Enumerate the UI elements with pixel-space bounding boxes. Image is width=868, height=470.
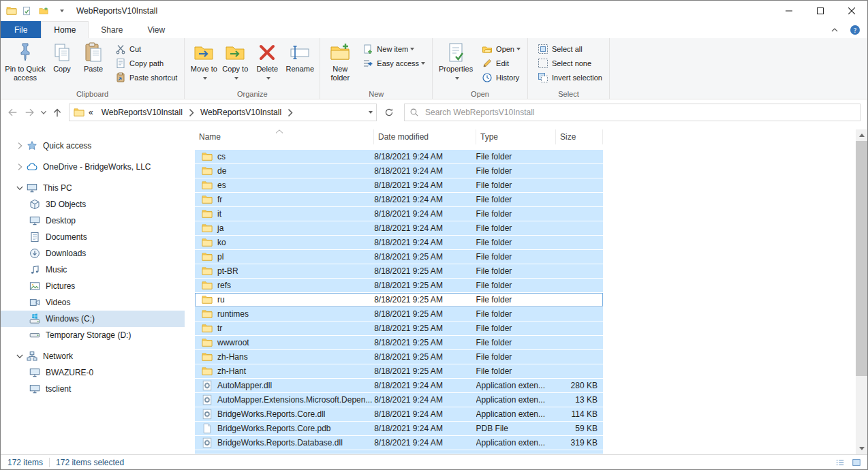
easy-access-button[interactable]: Easy access	[359, 56, 429, 70]
ribbon-group-organize: Move to Copy to Delete Rename Organize	[185, 38, 320, 99]
file-row-automapper-extensions-microsoft-depen[interactable]: AutoMapper.Extensions.Microsoft.Depen...…	[195, 393, 603, 407]
sidebar-item-onedrive-bridgeworks-llc[interactable]: OneDrive - BridgeWorks, LLC	[1, 159, 185, 175]
file-row-it[interactable]: it8/18/2021 9:24 AMFile folder	[195, 207, 603, 221]
paste-shortcut-button[interactable]: Paste shortcut	[112, 70, 181, 84]
large-icons-view-button[interactable]	[848, 456, 865, 469]
paste-button[interactable]: Paste	[78, 40, 109, 84]
sidebar-item-3d-objects[interactable]: 3D Objects	[1, 196, 185, 213]
minimize-button[interactable]	[773, 1, 805, 21]
file-name-cell: wwwroot	[196, 336, 374, 349]
sidebar-item-network[interactable]: Network	[1, 348, 185, 364]
breadcrumb-chevron-icon[interactable]	[287, 104, 294, 121]
qat-new-folder-button[interactable]	[36, 3, 51, 18]
file-row-bridgeworks-reports-database-dll[interactable]: BridgeWorks.Reports.Database.dll8/18/202…	[195, 436, 603, 450]
file-row-pt-br[interactable]: pt-BR8/18/2021 9:25 AMFile folder	[195, 264, 603, 278]
invert-selection-button[interactable]: Invert selection	[534, 70, 606, 84]
file-row-bridgeworks-reports-core-pdb[interactable]: BridgeWorks.Reports.Core.pdb8/18/2021 9:…	[195, 422, 603, 435]
breadcrumb-segment[interactable]: WebReportsV10Install	[195, 104, 287, 121]
select-none-button[interactable]: Select none	[534, 56, 606, 70]
file-row-zh-hant[interactable]: zh-Hant8/18/2021 9:25 AMFile folder	[195, 364, 603, 378]
file-row-cs[interactable]: cs8/18/2021 9:24 AMFile folder	[195, 150, 603, 163]
column-header-date-modified[interactable]: Date modified	[374, 129, 476, 144]
sidebar-item-desktop[interactable]: Desktop	[1, 213, 185, 229]
rename-button[interactable]: Rename	[283, 40, 316, 84]
details-view-button[interactable]	[832, 456, 848, 469]
vertical-scrollbar[interactable]	[856, 129, 867, 454]
new-folder-button[interactable]: New folder	[324, 40, 356, 84]
sidebar-item-videos[interactable]: Videos	[1, 294, 185, 311]
breadcrumb-overflow-indicator[interactable]: «	[86, 108, 96, 117]
sidebar-item-temporary-storage-d[interactable]: Temporary Storage (D:)	[1, 327, 185, 343]
open-button[interactable]: Open	[478, 42, 524, 56]
copy-button[interactable]: Copy	[46, 40, 78, 84]
file-row-partial[interactable]	[195, 450, 603, 454]
file-row-pl[interactable]: pl8/18/2021 9:25 AMFile folder	[195, 250, 603, 264]
search-input[interactable]	[424, 107, 857, 118]
file-row-tr[interactable]: tr8/18/2021 9:25 AMFile folder	[195, 322, 603, 335]
file-row-de[interactable]: de8/18/2021 9:24 AMFile folder	[195, 164, 603, 178]
move-to-button[interactable]: Move to	[188, 40, 219, 84]
column-header-size[interactable]: Size	[556, 129, 603, 144]
tab-view[interactable]: View	[135, 21, 177, 38]
refresh-button[interactable]	[380, 104, 398, 121]
sidebar-item-tsclient[interactable]: tsclient	[1, 381, 185, 397]
sidebar-item-pictures[interactable]: Pictures	[1, 278, 185, 294]
file-row-bridgeworks-reports-core-dll[interactable]: BridgeWorks.Reports.Core.dll8/18/2021 9:…	[195, 407, 603, 421]
tab-share[interactable]: Share	[89, 21, 135, 38]
new-item-button[interactable]: New item	[359, 42, 429, 56]
pin-to-quick-access-button[interactable]: Pin to Quick access	[4, 40, 46, 84]
file-row-wwwroot[interactable]: wwwroot8/18/2021 9:25 AMFile folder	[195, 336, 603, 349]
history-button[interactable]: History	[478, 70, 524, 84]
sidebar-item-downloads[interactable]: Downloads	[1, 245, 185, 262]
sidebar-item-windows-c[interactable]: Windows (C:)	[1, 311, 185, 327]
file-name: es	[217, 181, 226, 190]
column-header-type[interactable]: Type	[476, 129, 556, 144]
sidebar-item-music[interactable]: Music	[1, 262, 185, 278]
file-row-fr[interactable]: fr8/18/2021 9:24 AMFile folder	[195, 193, 603, 206]
edit-button[interactable]: Edit	[478, 56, 524, 70]
copy-path-button[interactable]: Copy path	[112, 56, 181, 70]
file-row-ru[interactable]: ru8/18/2021 9:25 AMFile folder	[195, 293, 603, 307]
column-header-name[interactable]: Name	[195, 129, 374, 144]
chevron-right-icon[interactable]	[14, 140, 25, 151]
up-button[interactable]	[48, 104, 66, 121]
cut-button[interactable]: Cut	[112, 42, 181, 56]
tab-home[interactable]: Home	[41, 21, 89, 38]
scrollbar-thumb[interactable]	[856, 141, 867, 376]
breadcrumb[interactable]: « WebReportsV10InstallWebReportsV10Insta…	[69, 104, 377, 121]
maximize-button[interactable]	[805, 1, 836, 21]
properties-button[interactable]: Properties	[436, 40, 476, 84]
address-history-button[interactable]	[362, 104, 376, 121]
scroll-up-button[interactable]	[856, 129, 867, 141]
file-row-zh-hans[interactable]: zh-Hans8/18/2021 9:25 AMFile folder	[195, 350, 603, 364]
sidebar-item-quick-access[interactable]: Quick access	[1, 138, 185, 154]
qat-properties-button[interactable]	[19, 3, 34, 18]
file-row-runtimes[interactable]: runtimes8/18/2021 9:25 AMFile folder	[195, 307, 603, 321]
sidebar-item-this-pc[interactable]: This PC	[1, 180, 185, 196]
file-row-automapper-dll[interactable]: AutoMapper.dll8/18/2021 9:24 AMApplicati…	[195, 379, 603, 392]
file-row-ja[interactable]: ja8/18/2021 9:24 AMFile folder	[195, 221, 603, 235]
qat-customize-button[interactable]	[53, 3, 68, 18]
file-row-refs[interactable]: refs8/18/2021 9:25 AMFile folder	[195, 279, 603, 292]
chevron-right-icon[interactable]	[14, 161, 25, 172]
file-row-es[interactable]: es8/18/2021 9:24 AMFile folder	[195, 178, 603, 192]
tab-file[interactable]: File	[1, 21, 41, 38]
copy-to-button[interactable]: Copy to	[219, 40, 251, 84]
scroll-down-button[interactable]	[856, 443, 867, 454]
file-row-ko[interactable]: ko8/18/2021 9:24 AMFile folder	[195, 236, 603, 249]
recent-locations-button[interactable]	[39, 104, 48, 121]
help-button[interactable]: ?	[850, 25, 861, 35]
chevron-down-icon[interactable]	[14, 183, 25, 193]
delete-button[interactable]: Delete	[251, 40, 283, 84]
sidebar-item-bwazure-0[interactable]: BWAZURE-0	[1, 364, 185, 381]
collapse-ribbon-button[interactable]	[829, 25, 840, 35]
chevron-down-icon[interactable]	[14, 351, 25, 362]
breadcrumb-segment[interactable]: WebReportsV10Install	[96, 104, 188, 121]
forward-arrow-icon	[24, 106, 36, 119]
sidebar-item-documents[interactable]: Documents	[1, 229, 185, 245]
forward-button[interactable]	[21, 104, 39, 121]
breadcrumb-chevron-icon[interactable]	[188, 104, 195, 121]
select-all-button[interactable]: Select all	[534, 42, 606, 56]
back-button[interactable]	[3, 104, 21, 121]
close-button[interactable]	[836, 1, 867, 21]
